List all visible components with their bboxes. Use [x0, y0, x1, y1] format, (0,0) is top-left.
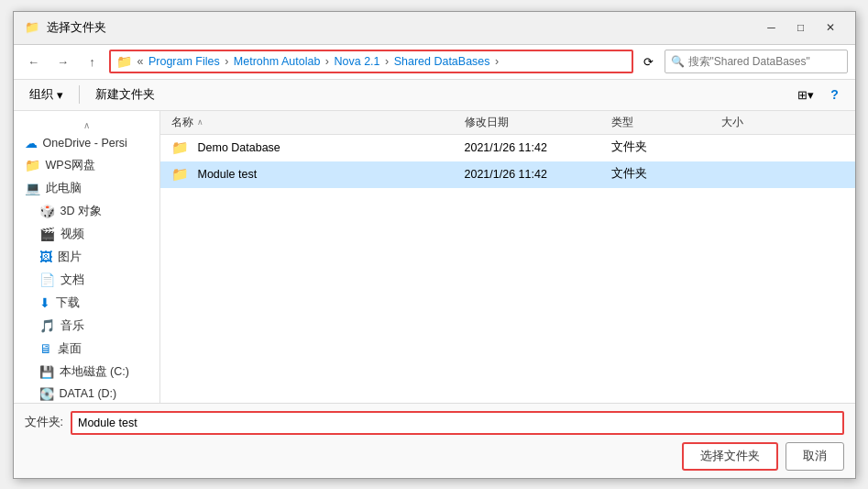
file-type: 文件夹: [611, 140, 647, 153]
up-button[interactable]: ↑: [80, 50, 105, 73]
sidebar-item-label: 文档: [60, 272, 84, 288]
sidebar-item-desktop[interactable]: 🖥 桌面: [14, 338, 159, 361]
local-disk-icon: 💾: [39, 365, 54, 379]
file-name: Demo Database: [198, 141, 280, 154]
video-icon: 🎬: [39, 227, 55, 241]
sidebar-item-label: 视频: [60, 227, 84, 242]
sidebar: ∧ ☁ OneDrive - Persi 📁 WPS网盘 💻 此电脑 🎲 3D …: [14, 111, 160, 403]
folder-name-row: 文件夹:: [25, 411, 844, 435]
sidebar-item-docs[interactable]: 📄 文档: [14, 269, 159, 292]
column-name: 名称 ∧: [171, 115, 465, 130]
folder-name-input[interactable]: [71, 411, 844, 435]
column-type-label: 类型: [611, 116, 633, 128]
file-type-cell: 文件夹: [611, 139, 721, 155]
sidebar-item-label: OneDrive - Persi: [43, 137, 127, 150]
sidebar-item-local[interactable]: 💾 本地磁盘 (C:): [14, 361, 159, 383]
title-bar-controls: ─ □ ✕: [758, 17, 844, 38]
file-list-header: 名称 ∧ 修改日期 类型 大小: [160, 111, 855, 135]
sidebar-item-label: 桌面: [58, 341, 82, 357]
file-name-cell: 📁 Module test: [171, 166, 465, 183]
main-area: ∧ ☁ OneDrive - Persi 📁 WPS网盘 💻 此电脑 🎲 3D …: [14, 111, 855, 403]
file-date: 2021/1/26 11:42: [465, 168, 547, 181]
sidebar-item-onedrive[interactable]: ☁ OneDrive - Persi: [14, 132, 159, 154]
images-icon: 🖼: [39, 250, 52, 264]
search-box[interactable]: 🔍: [665, 50, 848, 73]
file-name-cell: 📁 Demo Database: [171, 139, 465, 156]
sidebar-item-thispc[interactable]: 💻 此电脑: [14, 177, 159, 200]
breadcrumb-part-1[interactable]: Metrohm Autolab: [234, 55, 321, 68]
folder-icon: 📁: [171, 139, 189, 156]
breadcrumb[interactable]: 📁 « Program Files › Metrohm Autolab › No…: [109, 50, 633, 73]
sidebar-item-label: 图片: [58, 250, 82, 265]
3d-icon: 🎲: [39, 204, 55, 218]
sidebar-item-label: 3D 对象: [60, 204, 102, 219]
folder-icon: 📁: [171, 166, 189, 183]
maximize-button[interactable]: □: [787, 17, 815, 38]
file-date-cell: 2021/1/26 11:42: [465, 141, 611, 154]
view-icon: ⊞: [797, 88, 808, 102]
select-folder-button[interactable]: 选择文件夹: [682, 442, 778, 471]
column-size: 大小: [721, 115, 795, 130]
refresh-button[interactable]: ⟳: [637, 50, 661, 73]
forward-icon: →: [57, 55, 69, 69]
file-list: 名称 ∧ 修改日期 类型 大小 📁 Demo Database: [160, 111, 855, 403]
toolbar-right: ⊞ ▾ ?: [793, 83, 848, 106]
back-button[interactable]: ←: [21, 50, 47, 73]
sidebar-item-3d[interactable]: 🎲 3D 对象: [14, 200, 159, 223]
thispc-icon: 💻: [25, 181, 40, 195]
sidebar-item-label: 本地磁盘 (C:): [60, 364, 129, 380]
sidebar-item-data1[interactable]: 💽 DATA1 (D:): [14, 383, 159, 403]
title-bar-left: 📁 选择文件夹: [25, 19, 106, 36]
forward-button[interactable]: →: [50, 50, 76, 73]
column-name-label: 名称: [171, 115, 193, 130]
search-input[interactable]: [688, 55, 841, 68]
cancel-button[interactable]: 取消: [786, 442, 844, 471]
breadcrumb-part-3[interactable]: Shared DataBases: [394, 55, 490, 68]
toolbar: 组织 ▾ 新建文件夹 ⊞ ▾ ?: [14, 80, 855, 111]
sidebar-item-label: 下载: [56, 295, 80, 311]
back-icon: ←: [27, 55, 39, 69]
sidebar-item-music[interactable]: 🎵 音乐: [14, 315, 159, 338]
minimize-button[interactable]: ─: [758, 17, 786, 38]
table-row[interactable]: 📁 Demo Database 2021/1/26 11:42 文件夹: [160, 135, 855, 161]
toolbar-separator: [79, 85, 80, 104]
data1-icon: 💽: [39, 387, 54, 401]
dialog-icon: 📁: [25, 20, 39, 35]
file-type: 文件夹: [611, 167, 647, 180]
file-name: Module test: [198, 168, 258, 181]
up-icon: ↑: [89, 55, 95, 69]
sidebar-item-wps[interactable]: 📁 WPS网盘: [14, 154, 159, 177]
file-date-cell: 2021/1/26 11:42: [465, 168, 611, 181]
sidebar-item-label: 音乐: [60, 318, 84, 334]
organize-dropdown-icon: ▾: [57, 88, 63, 102]
breadcrumb-part-0[interactable]: Program Files: [148, 55, 220, 68]
sidebar-item-images[interactable]: 🖼 图片: [14, 246, 159, 269]
sidebar-item-video[interactable]: 🎬 视频: [14, 223, 159, 246]
folder-name-label: 文件夹:: [25, 415, 63, 430]
file-picker-dialog: 📁 选择文件夹 ─ □ ✕ ← → ↑ 📁 « Program Files › …: [13, 11, 856, 479]
onedrive-icon: ☁: [25, 136, 38, 150]
table-row[interactable]: 📁 Module test 2021/1/26 11:42 文件夹: [160, 161, 855, 188]
dialog-title: 选择文件夹: [47, 19, 106, 36]
new-folder-label: 新建文件夹: [95, 87, 155, 103]
sidebar-item-label: WPS网盘: [46, 158, 95, 173]
close-button[interactable]: ✕: [817, 17, 844, 38]
docs-icon: 📄: [39, 272, 55, 287]
help-button[interactable]: ?: [822, 83, 848, 106]
music-icon: 🎵: [39, 318, 55, 333]
column-type: 类型: [611, 115, 721, 130]
address-bar: ← → ↑ 📁 « Program Files › Metrohm Autola…: [14, 45, 855, 80]
downloads-icon: ⬇: [39, 295, 50, 310]
help-icon: ?: [830, 87, 839, 102]
sidebar-item-downloads[interactable]: ⬇ 下载: [14, 292, 159, 315]
new-folder-button[interactable]: 新建文件夹: [87, 83, 163, 106]
view-button[interactable]: ⊞ ▾: [793, 83, 819, 106]
breadcrumb-part-2[interactable]: Nova 2.1: [334, 55, 379, 68]
search-icon: 🔍: [671, 55, 685, 68]
organize-button[interactable]: 组织 ▾: [21, 83, 71, 106]
column-date: 修改日期: [465, 115, 611, 130]
file-date: 2021/1/26 11:42: [465, 141, 547, 154]
sort-arrow: ∧: [197, 117, 203, 127]
wps-icon: 📁: [25, 158, 40, 172]
title-bar: 📁 选择文件夹 ─ □ ✕: [14, 12, 855, 45]
